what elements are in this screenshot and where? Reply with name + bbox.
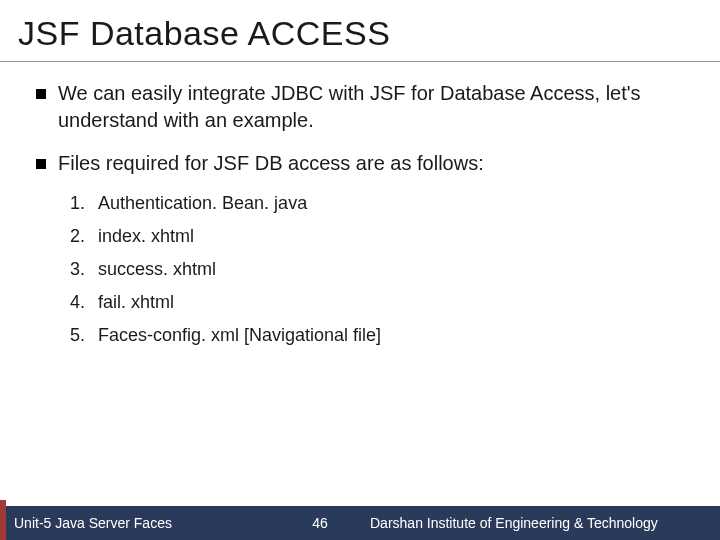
slide-title: JSF Database ACCESS xyxy=(0,0,720,62)
list-item: 2. index. xhtml xyxy=(70,226,684,247)
list-number: 4. xyxy=(70,292,98,313)
bullet-text: We can easily integrate JDBC with JSF fo… xyxy=(58,80,684,134)
slide-footer: Unit-5 Java Server Faces 46 Darshan Inst… xyxy=(0,506,720,540)
slide: JSF Database ACCESS We can easily integr… xyxy=(0,0,720,540)
file-name: Authentication. Bean. java xyxy=(98,193,307,214)
list-item: 4. fail. xhtml xyxy=(70,292,684,313)
square-bullet-icon xyxy=(36,159,46,169)
file-name: Faces-config. xml [Navigational file] xyxy=(98,325,381,346)
file-name: fail. xhtml xyxy=(98,292,174,313)
footer-institute: Darshan Institute of Engineering & Techn… xyxy=(350,515,720,531)
list-item: 5. Faces-config. xml [Navigational file] xyxy=(70,325,684,346)
list-number: 3. xyxy=(70,259,98,280)
list-item: 1. Authentication. Bean. java xyxy=(70,193,684,214)
footer-page-number: 46 xyxy=(290,515,350,531)
file-name: success. xhtml xyxy=(98,259,216,280)
bullet-text: Files required for JSF DB access are as … xyxy=(58,150,684,177)
bullet-item: Files required for JSF DB access are as … xyxy=(36,150,684,177)
accent-bar xyxy=(0,500,6,540)
list-number: 2. xyxy=(70,226,98,247)
slide-content: We can easily integrate JDBC with JSF fo… xyxy=(0,62,720,346)
footer-unit: Unit-5 Java Server Faces xyxy=(0,515,290,531)
list-number: 1. xyxy=(70,193,98,214)
list-item: 3. success. xhtml xyxy=(70,259,684,280)
bullet-item: We can easily integrate JDBC with JSF fo… xyxy=(36,80,684,134)
square-bullet-icon xyxy=(36,89,46,99)
list-number: 5. xyxy=(70,325,98,346)
file-list: 1. Authentication. Bean. java 2. index. … xyxy=(70,193,684,346)
file-name: index. xhtml xyxy=(98,226,194,247)
